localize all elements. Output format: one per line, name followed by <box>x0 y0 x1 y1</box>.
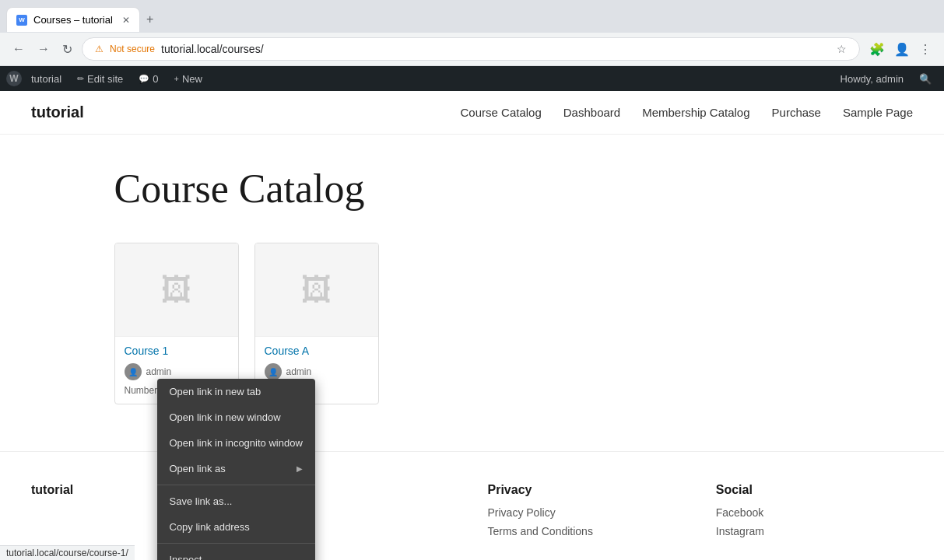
footer-social-title: Social <box>716 483 913 497</box>
howdy-label: Howdy, admin <box>834 73 910 85</box>
main-content: Course Catalog 🖼 Course 1 👤 admin Number… <box>83 135 862 451</box>
context-open-link-as[interactable]: Open link as ▶ <box>157 456 315 481</box>
url-text: tutorial.local/courses/ <box>161 43 830 55</box>
admin-bar-right: Howdy, admin 🔍 <box>834 66 938 91</box>
context-menu-separator-1 <box>157 485 315 485</box>
bookmark-icon[interactable]: ☆ <box>837 43 847 55</box>
site-logo[interactable]: tutorial <box>31 103 84 121</box>
course-author-2: admin <box>286 366 312 377</box>
footer-link-privacy-policy[interactable]: Privacy Policy <box>488 506 685 519</box>
site-header: tutorial Course Catalog Dashboard Member… <box>0 91 944 135</box>
site-footer: tutorial About Team History Privacy Priv… <box>0 451 944 560</box>
new-label: New <box>182 73 202 85</box>
course-grid: 🖼 Course 1 👤 admin Number of les 🖼 Cours… <box>114 243 830 404</box>
reload-button[interactable]: ↻ <box>59 39 75 60</box>
footer-link-instagram[interactable]: Instagram <box>716 525 913 537</box>
thumbnail-placeholder-icon-2: 🖼 <box>301 272 332 307</box>
context-copy-link[interactable]: Copy link address <box>157 514 315 540</box>
nav-purchase[interactable]: Purchase <box>772 106 821 119</box>
nav-dashboard[interactable]: Dashboard <box>563 106 620 119</box>
new-tab-button[interactable]: + <box>140 6 160 33</box>
status-bar: tutorial.local/course/course-1/ <box>0 545 135 560</box>
admin-bar-site[interactable]: tutorial <box>25 66 68 91</box>
plus-icon: + <box>174 74 179 83</box>
thumbnail-placeholder-icon: 🖼 <box>161 272 192 307</box>
admin-bar-comments[interactable]: 💬 0 <box>132 66 164 91</box>
footer-link-facebook[interactable]: Facebook <box>716 506 913 519</box>
profile-button[interactable]: 👤 <box>891 39 913 60</box>
nav-bar: ← → ↻ ⚠ Not secure tutorial.local/course… <box>0 33 944 65</box>
extensions-button[interactable]: 🧩 <box>866 39 888 60</box>
footer-privacy-title: Privacy <box>488 483 685 497</box>
submenu-arrow-icon: ▶ <box>297 464 303 473</box>
admin-bar-edit-site[interactable]: ✏ Edit site <box>71 66 129 91</box>
course-title-1[interactable]: Course 1 <box>125 345 229 357</box>
browser-tab[interactable]: W Courses – tutorial ✕ <box>6 7 140 32</box>
admin-bar-new[interactable]: + New <box>168 66 209 91</box>
address-bar[interactable]: ⚠ Not secure tutorial.local/courses/ ☆ <box>82 37 860 61</box>
context-menu: Open link in new tab Open link in new wi… <box>157 379 315 560</box>
nav-membership-catalog[interactable]: Membership Catalog <box>642 106 749 119</box>
comments-count: 0 <box>153 73 158 85</box>
context-save-link[interactable]: Save link as... <box>157 488 315 514</box>
edit-site-label: Edit site <box>87 73 123 85</box>
tab-favicon: W <box>16 15 27 26</box>
footer-link-terms[interactable]: Terms and Conditions <box>488 525 685 537</box>
status-url: tutorial.local/course/course-1/ <box>6 548 128 558</box>
admin-search-button[interactable]: 🔍 <box>913 66 938 91</box>
nav-sample-page[interactable]: Sample Page <box>843 106 913 119</box>
context-inspect[interactable]: Inspect <box>157 547 315 560</box>
footer-social: Social Facebook Instagram <box>716 483 913 544</box>
course-author-1: admin <box>146 366 172 377</box>
course-meta-1: 👤 admin <box>125 363 229 380</box>
course-thumbnail-1: 🖼 <box>115 243 238 337</box>
browser-chrome: W Courses – tutorial ✕ + ← → ↻ ⚠ Not sec… <box>0 0 944 66</box>
context-open-incognito[interactable]: Open link in incognito window <box>157 430 315 456</box>
context-open-new-tab[interactable]: Open link in new tab <box>157 379 315 404</box>
course-avatar-1: 👤 <box>125 363 142 380</box>
admin-bar: W tutorial ✏ Edit site 💬 0 + New Howdy, … <box>0 66 944 91</box>
not-secure-label: Not secure <box>110 44 155 54</box>
course-title-2[interactable]: Course A <box>265 345 369 357</box>
tab-title: Courses – tutorial <box>33 14 113 26</box>
back-button[interactable]: ← <box>9 39 28 59</box>
course-meta-2: 👤 admin <box>265 363 369 380</box>
forward-button[interactable]: → <box>34 39 53 59</box>
context-open-new-window[interactable]: Open link in new window <box>157 404 315 430</box>
admin-site-name: tutorial <box>31 73 61 85</box>
footer-privacy: Privacy Privacy Policy Terms and Conditi… <box>488 483 685 544</box>
edit-icon: ✏ <box>77 74 84 84</box>
tab-bar: W Courses – tutorial ✕ + <box>0 0 944 33</box>
course-thumbnail-2: 🖼 <box>255 243 378 337</box>
nav-course-catalog[interactable]: Course Catalog <box>461 106 542 119</box>
tab-close-button[interactable]: ✕ <box>122 15 130 26</box>
wp-logo[interactable]: W <box>6 71 22 86</box>
comment-icon: 💬 <box>139 74 149 84</box>
menu-button[interactable]: ⋮ <box>916 39 935 60</box>
site-nav: Course Catalog Dashboard Membership Cata… <box>461 106 913 119</box>
security-icon: ⚠ <box>95 44 104 54</box>
page-title: Course Catalog <box>114 166 830 212</box>
course-avatar-2: 👤 <box>265 363 282 380</box>
nav-actions: 🧩 👤 ⋮ <box>866 39 935 60</box>
context-menu-separator-2 <box>157 543 315 544</box>
